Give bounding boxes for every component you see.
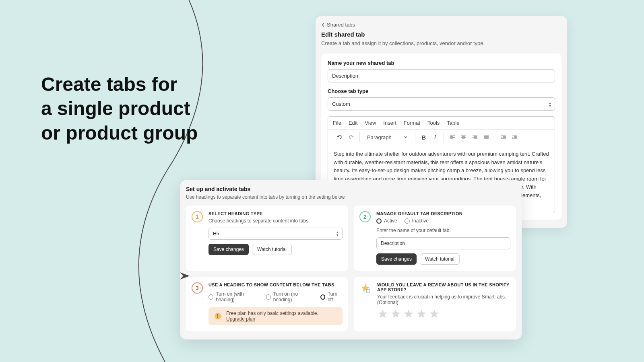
indent-button[interactable] (510, 132, 520, 142)
select-caret-icon: ▴▾ (336, 231, 339, 237)
star-5[interactable] (429, 309, 440, 320)
tab-type-select[interactable]: ▴▾ (328, 97, 555, 111)
arrow-icon (179, 272, 191, 280)
align-justify-button[interactable] (481, 132, 491, 142)
editor-menubar: File Edit View Insert Format Tools Table (328, 117, 555, 130)
editor-toolbar: Paragraph B I (328, 130, 555, 145)
review-card: WOULD YOU LEAVE A REVIEW ABOUT US IN THE… (354, 277, 516, 331)
review-star-icon (359, 282, 372, 294)
panel-subtitle: Create a tab and assign it by collection… (321, 40, 561, 46)
align-center-button[interactable] (458, 132, 469, 142)
alert-icon: ! (213, 311, 222, 321)
headline: Create tabs for a single product or prod… (41, 72, 198, 145)
tab-name-input[interactable] (328, 69, 555, 82)
radio-inactive[interactable]: Inactive (405, 218, 429, 224)
step-1-card: 1 SELECT HEADING TYPE Choose headings to… (186, 206, 348, 271)
menu-view[interactable]: View (365, 120, 376, 126)
align-right-button[interactable] (470, 132, 480, 142)
star-3[interactable] (403, 309, 414, 320)
menu-insert[interactable]: Insert (383, 120, 396, 126)
menu-tools[interactable]: Tools (427, 120, 440, 126)
step-2-heading: MANAGE DEFAULT TAB DESCRIPTION (376, 211, 510, 216)
radio-active[interactable]: Active (376, 218, 397, 224)
italic-button[interactable]: I (430, 132, 440, 142)
select-caret-icon: ▴▾ (549, 101, 551, 107)
outdent-button[interactable] (498, 132, 509, 142)
step-3-heading: USE A HEADING TO SHOW CONTENT BELOW THE … (208, 282, 343, 287)
star-4[interactable] (416, 309, 427, 320)
save-changes-button[interactable]: Save changes (208, 244, 249, 255)
step-2-desc: Enter the name of your default tab. (376, 228, 510, 233)
upgrade-notice: ! Free plan has only basic settings avai… (208, 307, 343, 325)
watch-tutorial-button[interactable]: Watch tutorial (420, 253, 460, 265)
setup-title: Set up and activate tabs (186, 186, 516, 192)
step-1-desc: Choose headings to separate content into… (208, 218, 343, 224)
menu-table[interactable]: Table (447, 120, 459, 126)
bold-button[interactable]: B (419, 132, 429, 142)
paragraph-select[interactable]: Paragraph (363, 133, 412, 142)
menu-format[interactable]: Format (404, 120, 420, 126)
save-changes-button[interactable]: Save changes (376, 253, 417, 265)
svg-rect-2 (366, 289, 370, 293)
chevron-down-icon (404, 135, 408, 139)
radio-turn-on-no-heading[interactable]: Turn on (no heading) (266, 291, 315, 302)
review-heading: WOULD YOU LEAVE A REVIEW ABOUT US IN THE… (377, 282, 510, 292)
chevron-left-icon (321, 23, 325, 27)
setup-panel: Set up and activate tabs Use headings to… (180, 180, 522, 339)
menu-edit[interactable]: Edit (349, 120, 357, 126)
menu-file[interactable]: File (333, 120, 341, 126)
star-rating (377, 309, 510, 320)
default-tab-name-input[interactable] (376, 237, 510, 249)
name-label: Name your new shared tab (328, 60, 555, 66)
step-3-card: 3 USE A HEADING TO SHOW CONTENT BELOW TH… (186, 277, 348, 331)
align-left-button[interactable] (447, 132, 458, 142)
radio-turn-on-heading[interactable]: Turn on (with heading) (208, 291, 260, 302)
radio-turn-off[interactable]: Turn off (320, 291, 343, 302)
star-1[interactable] (377, 309, 388, 320)
watch-tutorial-button[interactable]: Watch tutorial (252, 244, 292, 255)
svg-text:!: ! (217, 313, 219, 319)
step-badge-1: 1 (192, 211, 203, 222)
setup-subtitle: Use headings to separate content into ta… (186, 194, 516, 200)
back-link[interactable]: Shared tabs (321, 22, 561, 28)
review-desc: Your feedback is crucial in helping us t… (377, 294, 510, 305)
step-1-heading: SELECT HEADING TYPE (208, 211, 343, 216)
undo-button[interactable] (334, 132, 345, 142)
step-2-card: 2 MANAGE DEFAULT TAB DESCRIPTION Active … (354, 206, 516, 271)
star-2[interactable] (390, 309, 401, 320)
panel-title: Edit shared tab (321, 31, 561, 38)
step-badge-2: 2 (359, 211, 371, 222)
type-label: Choose tab type (328, 88, 555, 94)
heading-type-select[interactable]: ▴▾ (208, 228, 343, 240)
step-badge-3: 3 (192, 282, 203, 294)
upgrade-plan-link[interactable]: Upgrade plan (226, 316, 255, 322)
redo-button[interactable] (346, 132, 356, 142)
